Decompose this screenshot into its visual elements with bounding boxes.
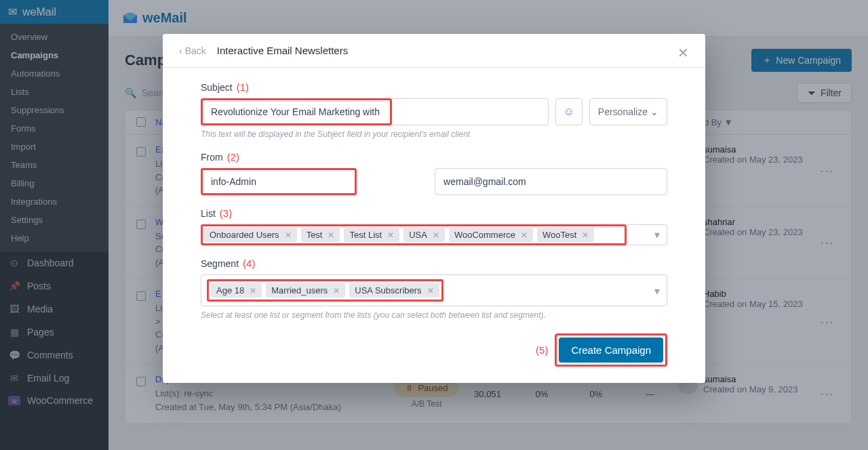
remove-icon[interactable]: ✕ <box>387 230 394 240</box>
list-tag[interactable]: Onboarded Users✕ <box>204 228 297 242</box>
modal-title: Interactive Email Newsletters <box>217 45 348 56</box>
list-field: List (3) Onboarded Users✕ Test✕ Test Lis… <box>201 207 667 245</box>
remove-icon[interactable]: ✕ <box>427 286 434 295</box>
back-button[interactable]: ‹ Back <box>179 45 206 56</box>
segment-tag[interactable]: USA Subscribers✕ <box>349 283 439 298</box>
annotation-2: (2) <box>227 151 239 163</box>
list-dropdown-toggle[interactable]: ▾ <box>627 224 667 245</box>
chevron-down-icon: ▾ <box>654 284 660 297</box>
annotation-4: (4) <box>243 258 255 269</box>
segment-tag[interactable]: Married_users✕ <box>266 283 345 298</box>
remove-icon[interactable]: ✕ <box>521 230 528 240</box>
create-highlight: Create Campaign <box>555 333 667 367</box>
create-campaign-button[interactable]: Create Campaign <box>559 338 663 363</box>
remove-icon[interactable]: ✕ <box>285 230 292 240</box>
from-email-input[interactable] <box>435 168 667 195</box>
list-tag[interactable]: Test✕ <box>301 228 340 242</box>
remove-icon[interactable]: ✕ <box>333 286 340 295</box>
subject-input[interactable] <box>203 100 390 123</box>
segment-select[interactable]: Age 18✕ Married_users✕ USA Subscribers✕ … <box>201 274 667 306</box>
emoji-icon: ☺ <box>564 106 574 118</box>
from-field: From (2) <box>201 151 667 195</box>
emoji-button[interactable]: ☺ <box>555 98 583 125</box>
list-tag[interactable]: WooTest✕ <box>537 228 594 242</box>
list-highlight: Onboarded Users✕ Test✕ Test List✕ USA✕ W… <box>201 224 627 245</box>
create-campaign-modal: ‹ Back Interactive Email Newsletters ✕ S… <box>163 34 705 383</box>
annotation-1: (1) <box>237 81 249 93</box>
chevron-down-icon: ⌄ <box>650 106 658 117</box>
remove-icon[interactable]: ✕ <box>328 230 334 240</box>
segment-tag[interactable]: Age 18✕ <box>211 283 262 298</box>
subject-highlight <box>201 98 392 125</box>
from-name-input[interactable] <box>203 170 355 193</box>
segment-highlight: Age 18✕ Married_users✕ USA Subscribers✕ <box>207 279 443 302</box>
segment-field: Segment (4) Age 18✕ Married_users✕ USA S… <box>201 258 667 320</box>
modal-overlay: ‹ Back Interactive Email Newsletters ✕ S… <box>0 0 868 450</box>
list-tag[interactable]: Test List✕ <box>344 228 399 242</box>
close-button[interactable]: ✕ <box>677 45 689 61</box>
annotation-5: (5) <box>536 344 548 356</box>
list-tag[interactable]: USA✕ <box>403 228 445 242</box>
personalize-dropdown[interactable]: Personalize ⌄ <box>589 98 667 125</box>
chevron-left-icon: ‹ <box>179 45 182 56</box>
chevron-down-icon: ▾ <box>654 228 660 241</box>
remove-icon[interactable]: ✕ <box>433 230 439 240</box>
list-tag[interactable]: WooCommerce✕ <box>449 228 533 242</box>
annotation-3: (3) <box>220 207 232 219</box>
remove-icon[interactable]: ✕ <box>582 230 589 240</box>
subject-field: Subject (1) ☺ Personalize ⌄ This text wi… <box>201 81 667 139</box>
remove-icon[interactable]: ✕ <box>250 286 256 295</box>
from-name-highlight <box>201 168 357 195</box>
